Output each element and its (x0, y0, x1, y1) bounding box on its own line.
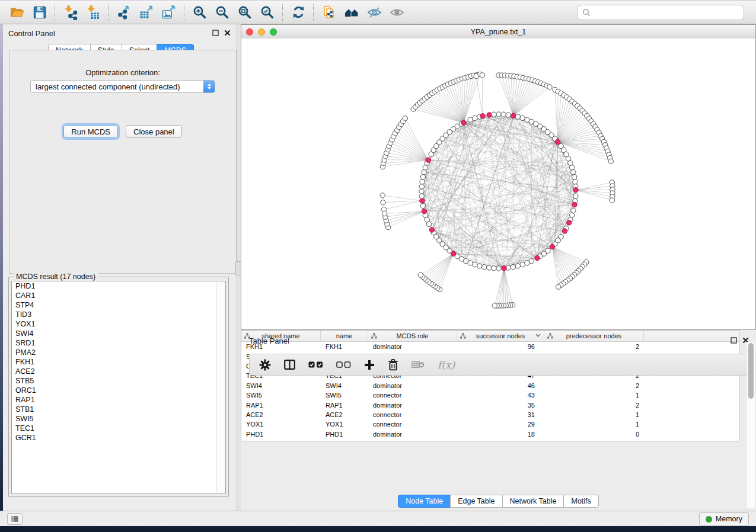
table-row[interactable]: YOX1YOX1connector291 (241, 419, 739, 429)
criterion-dropdown[interactable]: largest connected component (undirected) (30, 80, 215, 93)
export-network-button[interactable] (113, 2, 135, 23)
hide-selected-button[interactable] (363, 2, 385, 23)
main-toolbar (0, 1, 756, 24)
search-box[interactable] (577, 5, 744, 20)
first-neighbors-button[interactable] (340, 2, 363, 23)
show-all-button[interactable] (385, 2, 408, 23)
mcds-result-item[interactable]: SWI4 (12, 329, 225, 338)
tab-motifs[interactable]: Motifs (563, 495, 598, 508)
mcds-result-item[interactable]: TID3 (12, 310, 225, 319)
mcds-result-item[interactable]: PMA2 (12, 348, 225, 357)
cell: dominator (368, 382, 457, 389)
minimize-window-icon[interactable] (258, 28, 265, 36)
control-panel-title: Control Panel (8, 29, 55, 38)
delete-column-button[interactable] (388, 358, 398, 371)
memory-button[interactable]: Memory (699, 512, 749, 525)
mcds-result-list[interactable]: PHD1CAR1STP4TID3YOX1SWI4SRD1PMA2FKH1ACE2… (11, 281, 226, 494)
table-row[interactable]: FKH1FKH1dominator962 (241, 342, 739, 351)
mcds-result-item[interactable]: ACE2 (12, 367, 225, 376)
search-icon (582, 8, 591, 17)
save-session-button[interactable] (28, 2, 51, 23)
export-image-button[interactable] (158, 2, 180, 23)
cell: 31 (457, 411, 544, 418)
network-canvas[interactable] (241, 39, 755, 329)
column-header-successor-nodes[interactable]: successor nodes (457, 331, 544, 341)
log-console-button[interactable] (7, 513, 23, 525)
split-view-button[interactable] (284, 360, 295, 370)
unchecked-boxes-icon (336, 361, 351, 368)
close-panel-button[interactable]: Close panel (126, 125, 182, 138)
mcds-tab-content: Optimization criterion: largest connecte… (9, 50, 237, 274)
zoom-fit-button[interactable] (234, 2, 256, 23)
float-panel-icon[interactable] (212, 30, 219, 36)
checked-boxes-icon (308, 361, 323, 368)
table-row[interactable]: RAP1RAP1dominator352 (241, 400, 739, 409)
network-window-titlebar[interactable]: YPA_prune.txt_1 (241, 25, 755, 39)
maximize-window-icon[interactable] (270, 28, 277, 36)
toolbar-separator (55, 4, 56, 21)
network-graph[interactable] (241, 39, 755, 329)
mcds-result-item[interactable]: STP4 (12, 300, 225, 310)
mcds-result-item[interactable]: FKH1 (12, 357, 225, 367)
zoom-in-button[interactable] (189, 2, 211, 23)
desktop: Control Panel NetworkStyleSelectMCDS Opt… (0, 0, 756, 532)
deselect-all-button[interactable] (336, 361, 351, 368)
cell: connector (368, 392, 457, 399)
zoom-out-button[interactable] (211, 2, 234, 23)
import-table-button[interactable] (82, 2, 104, 23)
column-header-name[interactable]: name (321, 331, 368, 341)
cell: 2 (544, 382, 644, 389)
clone-network-button[interactable] (318, 2, 340, 23)
cell: connector (368, 421, 457, 428)
close-panel-icon[interactable] (224, 30, 231, 36)
mcds-result-item[interactable]: STB5 (12, 376, 225, 386)
column-settings-button[interactable] (259, 359, 271, 371)
table-row[interactable]: SWI5SWI5connector431 (241, 390, 739, 400)
close-window-icon[interactable] (246, 28, 253, 36)
mcds-result-item[interactable]: RAP1 (12, 395, 225, 405)
mcds-result-item[interactable]: YOX1 (12, 319, 225, 329)
export-table-icon (139, 5, 154, 20)
import-network-button[interactable] (59, 2, 82, 23)
list-scrollbar-track[interactable] (216, 282, 225, 493)
mcds-result-item[interactable]: TEC1 (12, 424, 225, 433)
tab-edge-table[interactable]: Edge Table (450, 495, 502, 508)
run-mcds-button[interactable]: Run MCDS (63, 125, 118, 138)
search-input[interactable] (591, 8, 744, 17)
column-header-MCDS-role[interactable]: MCDS role (368, 331, 457, 341)
mcds-result-item[interactable]: SRD1 (12, 338, 225, 348)
mcds-result-item[interactable]: ORC1 (12, 386, 225, 395)
open-file-button[interactable] (6, 2, 28, 23)
column-header-shared-name[interactable]: shared name (241, 331, 321, 341)
mcds-result-item[interactable]: SWI5 (12, 414, 225, 424)
cell: YOX1 (321, 421, 368, 428)
table-row[interactable]: PHD1PHD1dominator180 (241, 430, 739, 439)
mcds-result-item[interactable]: CAR1 (12, 291, 225, 300)
zoom-selected-button[interactable] (256, 2, 279, 23)
select-all-button[interactable] (308, 361, 323, 368)
node-table[interactable]: shared namenameMCDS rolesuccessor nodesp… (241, 330, 739, 441)
add-column-button[interactable] (364, 360, 375, 370)
column-header-predecessor-nodes[interactable]: predecessor nodes (544, 331, 644, 341)
first-neighbors-icon (344, 5, 360, 20)
cell: PHD1 (241, 431, 321, 438)
cell: 1 (544, 421, 644, 428)
cell: ACE2 (321, 411, 368, 418)
export-table-button[interactable] (135, 2, 158, 23)
cell: connector (368, 411, 457, 418)
table-row[interactable]: SWI4SWI4dominator462 (241, 381, 739, 390)
dropdown-stepper-icon (203, 81, 215, 92)
memory-label: Memory (716, 515, 742, 523)
tab-network-table[interactable]: Network Table (502, 495, 564, 508)
cell: dominator (368, 402, 457, 409)
mcds-result-item[interactable]: PHD1 (12, 281, 225, 291)
table-row[interactable]: ACE2ACE2connector311 (241, 410, 739, 419)
refresh-button[interactable] (287, 2, 310, 23)
split-columns-icon (284, 360, 295, 370)
mcds-result-item[interactable]: STB1 (12, 405, 225, 414)
mcds-result-item[interactable]: GCR1 (12, 433, 225, 443)
cell: dominator (368, 431, 457, 438)
delete-table-icon (412, 361, 425, 368)
plus-icon (364, 360, 375, 370)
tab-node-table[interactable]: Node Table (398, 495, 451, 508)
